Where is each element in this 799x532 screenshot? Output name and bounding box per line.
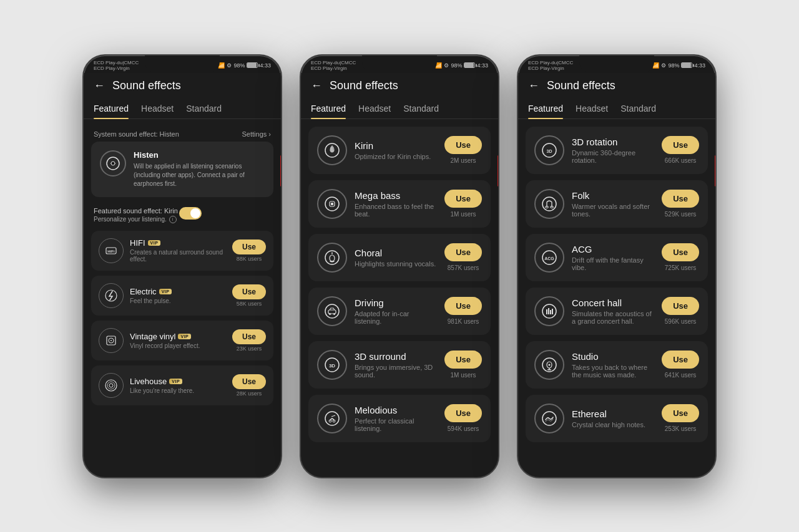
3drotation-use-btn[interactable]: Use (662, 136, 699, 154)
livehouse-use-btn[interactable]: Use (232, 374, 266, 389)
concerthall-use-btn[interactable]: Use (662, 297, 699, 315)
livehouse-name: Livehouse (130, 377, 167, 386)
electric-btn-wrap: Use 58K users (232, 284, 266, 307)
electric-name: Electric (130, 287, 157, 296)
vinyl-users: 23K users (237, 346, 262, 352)
phone-1: ECD Play-du|CMCCECD Play-Virgin 📶 ⚙ 98% … (82, 54, 282, 478)
electric-vip: VIP (159, 289, 172, 294)
studio-desc: Takes you back to where the music was ma… (572, 364, 654, 379)
electric-use-btn[interactable]: Use (232, 284, 266, 299)
livehouse-btn-wrap: Use 28K users (232, 374, 266, 397)
melodious-btn-wrap: Use 594K users (444, 404, 482, 432)
info-icon: i (169, 216, 177, 223)
tab-headset-3[interactable]: Headset (576, 99, 608, 118)
kirin-desc: Optimized for Kirin chips. (355, 153, 437, 160)
tab-featured-3[interactable]: Featured (528, 99, 563, 118)
effect-melodious: Melodious Perfect for classical listenin… (308, 395, 491, 442)
svg-point-43 (549, 364, 551, 365)
choral-users: 857K users (448, 264, 479, 271)
folk-use-btn[interactable]: Use (662, 190, 699, 208)
3dsurround-users: 1M users (451, 372, 476, 379)
tab-featured-1[interactable]: Featured (94, 99, 129, 118)
status-bar-3: ECD Play-du|CMCCECD Play-Virgin 📶 ⚙ 98% … (518, 56, 715, 73)
livehouse-users: 28K users (237, 390, 262, 397)
svg-line-28 (331, 415, 335, 417)
hifi-desc: Creates a natural surround sound effect. (130, 249, 226, 263)
3dsurround-icon: 3D (317, 350, 347, 380)
back-button-3[interactable]: ← (528, 79, 539, 92)
back-button-2[interactable]: ← (311, 79, 322, 92)
status-right-1: 📶 ⚙ 98% 4:33 (218, 62, 271, 69)
melodious-use-btn[interactable]: Use (444, 404, 482, 422)
melodious-desc: Perfect for classical listening. (355, 417, 437, 432)
histen-icon (100, 150, 126, 177)
ethereal-users: 253K users (665, 425, 697, 432)
svg-point-4 (105, 290, 117, 301)
concerthall-info: Concert hall Simulates the acoustics of … (572, 297, 654, 325)
choral-use-btn[interactable]: Use (444, 243, 482, 261)
hifi-users: 88K users (237, 256, 262, 262)
3drotation-name: 3D rotation (572, 137, 654, 147)
effect-acg: ACG ACG Drift off with the fantasy vibe.… (526, 234, 708, 281)
hifi-btn-wrap: Use 88K users (232, 239, 266, 262)
acg-use-btn[interactable]: Use (662, 243, 699, 261)
ethereal-name: Ethereal (572, 409, 654, 419)
kirin-use-btn[interactable]: Use (444, 136, 482, 154)
hifi-use-btn[interactable]: Use (232, 239, 266, 254)
svg-point-31 (542, 197, 556, 211)
effect-concerthall: Concert hall Simulates the acoustics of … (526, 288, 708, 335)
tabs-3: Featured Headset Standard (518, 99, 715, 119)
hifi-name: HIFI (130, 238, 145, 248)
driving-use-btn[interactable]: Use (444, 297, 482, 315)
tab-standard-3[interactable]: Standard (620, 99, 656, 118)
tab-featured-2[interactable]: Featured (311, 99, 346, 118)
ethereal-use-btn[interactable]: Use (662, 404, 699, 422)
megabass-use-btn[interactable]: Use (444, 190, 482, 208)
toggle-switch[interactable] (179, 207, 202, 220)
back-button-1[interactable]: ← (94, 79, 105, 92)
3drotation-btn-wrap: Use 666K users (662, 136, 699, 164)
kirin-info: Kirin Optimized for Kirin chips. (355, 140, 437, 160)
3dsurround-desc: Brings you immersive, 3D sound. (355, 364, 437, 379)
status-left-3: ECD Play-du|CMCCECD Play-Virgin (528, 60, 573, 71)
studio-icon (534, 350, 564, 380)
kirin-users: 2M users (451, 157, 476, 164)
acg-info: ACG Drift off with the fantasy vibe. (572, 244, 654, 271)
tab-headset-1[interactable]: Headset (141, 99, 174, 118)
folk-icon (534, 189, 564, 219)
status-bar-2: ECD Play-du|CMCCECD Play-Virgin 📶 ⚙ 98% … (301, 56, 498, 73)
studio-use-btn[interactable]: Use (662, 351, 699, 369)
side-accent-2 (498, 155, 499, 186)
tab-standard-1[interactable]: Standard (186, 99, 222, 118)
ethereal-info: Ethereal Crystal clear high notes. (572, 409, 654, 428)
electric-icon (99, 283, 124, 308)
histen-text: Histen Will be applied in all listening … (134, 150, 265, 188)
studio-users: 641K users (665, 372, 697, 379)
settings-link[interactable]: Settings › (242, 130, 271, 138)
ethereal-icon (534, 404, 564, 433)
vinyl-name: Vintage vinyl (130, 332, 175, 341)
side-accent-3 (715, 155, 717, 186)
electric-users: 58K users (237, 301, 262, 307)
system-effect-label: System sound effect: Histen (94, 130, 179, 138)
status-bar-1: ECD Play-du|CMCCECD Play-Virgin 📶 ⚙ 98% … (84, 56, 281, 73)
tab-standard-2[interactable]: Standard (403, 99, 439, 118)
megabass-users: 1M users (451, 211, 476, 218)
effect-3drotation: 3D 3D rotation Dynamic 360-degree rotati… (526, 127, 708, 174)
folk-name: Folk (572, 190, 654, 201)
vinyl-vip: VIP (178, 334, 191, 339)
acg-desc: Drift off with the fantasy vibe. (572, 256, 654, 271)
megabass-icon (317, 189, 347, 219)
vinyl-use-btn[interactable]: Use (232, 329, 266, 344)
histen-name: Histen (134, 150, 265, 160)
svg-point-1 (111, 162, 115, 165)
3dsurround-info: 3D surround Brings you immersive, 3D sou… (355, 351, 437, 379)
tab-headset-2[interactable]: Headset (358, 99, 391, 118)
svg-rect-20 (328, 310, 336, 314)
livehouse-desc: Like you're really there. (130, 387, 226, 394)
3dsurround-use-btn[interactable]: Use (444, 351, 482, 369)
ethereal-desc: Crystal clear high notes. (572, 421, 654, 428)
top-bar-3: ← Sound effects (518, 73, 715, 99)
effect-megabass: Mega bass Enhanced bass to feel the beat… (308, 180, 491, 228)
effect-folk: Folk Warmer vocals and softer tones. Use… (526, 180, 708, 228)
